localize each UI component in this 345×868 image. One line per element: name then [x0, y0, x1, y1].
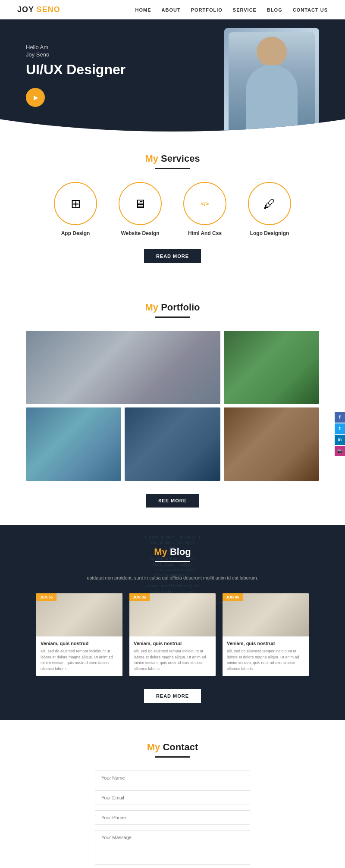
portfolio-item-3[interactable]	[26, 407, 121, 481]
portfolio-see-more-button[interactable]: See More	[146, 494, 199, 508]
hero-hello: Hello Am	[26, 44, 319, 50]
blog-date-badge-2: JUN 05	[129, 593, 150, 601]
services-read-more-button[interactable]: Read More	[144, 249, 201, 263]
blog-card-text-2: alit, sed do eiusmod tempor incididunt u…	[134, 649, 211, 672]
services-grid: ⊞ App Design 🖥 Website Design </> Html A…	[26, 182, 319, 236]
nav-service[interactable]: SERVICE	[233, 7, 257, 13]
portfolio-image-5	[224, 407, 319, 481]
blog-title: My Blog	[26, 546, 319, 558]
services-title: My Services	[26, 153, 319, 164]
service-website-design: 🖥 Website Design	[114, 182, 166, 236]
blog-subtitle: upidatat non proident, sunt in culpa qui…	[86, 575, 259, 580]
portfolio-underline	[155, 316, 190, 318]
app-design-label: App Design	[50, 230, 101, 236]
navbar: JOY SENO HOME ABOUT PORTFOLIO SERVICE BL…	[0, 0, 345, 19]
blog-grid: JUN 05 Veniam, quis nostrud alit, sed do…	[26, 593, 319, 676]
contact-heading: Contact	[163, 742, 198, 752]
blog-card-3: JUN 05 Veniam, quis nostrud alit, sed do…	[223, 593, 309, 676]
blog-card-title-3: Veniam, quis nostrud	[227, 641, 304, 646]
social-sidebar: f t in 📷	[335, 412, 345, 456]
nav-home[interactable]: HOME	[135, 7, 151, 13]
nav-links: HOME ABOUT PORTFOLIO SERVICE BLOG CONTAC…	[135, 7, 328, 13]
twitter-icon[interactable]: t	[335, 423, 345, 434]
portfolio-my: My	[145, 302, 161, 313]
phone-input[interactable]	[95, 810, 250, 825]
services-my: My	[145, 153, 161, 164]
play-button[interactable]	[26, 88, 45, 107]
blog-card-body-3: Veniam, quis nostrud alit, sed do eiusmo…	[223, 636, 309, 676]
blog-card-image-3: JUN 05	[223, 593, 309, 636]
message-input[interactable]	[95, 830, 250, 865]
nav-portfolio[interactable]: PORTFOLIO	[191, 7, 223, 13]
service-app-design: ⊞ App Design	[50, 182, 101, 236]
blog-card-image-1: JUN 05	[36, 593, 122, 636]
portfolio-image-3	[26, 407, 121, 481]
nav-contact[interactable]: CONTACT US	[293, 7, 328, 13]
portfolio-title: My Portfolio	[26, 302, 319, 313]
portfolio-image-1	[26, 331, 220, 404]
nav-about[interactable]: ABOUT	[162, 7, 181, 13]
portfolio-image-2	[224, 331, 319, 404]
services-section: My Services ⊞ App Design 🖥 Website Desig…	[0, 132, 345, 280]
contact-underline	[155, 756, 190, 758]
service-html-css: </> Html And Css	[179, 182, 231, 236]
contact-title: My Contact	[26, 742, 319, 753]
hero-title: UI/UX Designer	[26, 61, 319, 78]
app-design-icon: ⊞	[54, 182, 97, 225]
blog-card-text-1: alit, sed do eiusmod tempor incididunt u…	[41, 649, 118, 672]
services-underline	[155, 168, 190, 169]
logo-design-label: Logo Designign	[244, 230, 295, 236]
blog-date-badge-3: JUN 05	[223, 593, 243, 601]
blog-underline	[155, 561, 190, 562]
logo: JOY SENO	[17, 5, 60, 14]
portfolio-item-5[interactable]	[224, 407, 319, 481]
blog-card-image-2: JUN 05	[129, 593, 216, 636]
logo-seno: SENO	[37, 5, 60, 14]
blog-card-text-3: alit, sed do eiusmod tempor incididunt u…	[227, 649, 304, 672]
portfolio-item-4[interactable]	[125, 407, 220, 481]
services-heading: Services	[161, 153, 200, 164]
hero-name: Joy Seno	[26, 51, 319, 58]
blog-card-title-1: Veniam, quis nostrud	[41, 641, 118, 646]
hero-section: Hello Am Joy Seno UI/UX Designer	[0, 19, 345, 132]
blog-card-2: JUN 05 Veniam, quis nostrud alit, sed do…	[129, 593, 216, 676]
linkedin-icon[interactable]: in	[335, 435, 345, 445]
blog-date-badge-1: JUN 05	[36, 593, 56, 601]
blog-section: { port_order: _array() } font_order: _ar…	[0, 525, 345, 720]
blog-card-body-1: Veniam, quis nostrud alit, sed do eiusmo…	[36, 636, 122, 676]
instagram-icon[interactable]: 📷	[335, 446, 345, 456]
portfolio-item-1[interactable]	[26, 331, 220, 404]
nav-blog[interactable]: BLOG	[267, 7, 282, 13]
blog-card-body-2: Veniam, quis nostrud alit, sed do eiusmo…	[129, 636, 216, 676]
hero-text: Hello Am Joy Seno UI/UX Designer	[26, 44, 319, 107]
portfolio-item-2[interactable]	[224, 331, 319, 404]
contact-my: My	[147, 742, 163, 752]
facebook-icon[interactable]: f	[335, 412, 345, 423]
contact-form: Send Now	[95, 771, 250, 868]
blog-my: My	[154, 546, 170, 557]
blog-heading: Blog	[170, 546, 191, 557]
logo-joy: JOY	[17, 5, 37, 14]
html-css-label: Html And Css	[179, 230, 231, 236]
portfolio-grid	[26, 331, 319, 481]
portfolio-image-4	[125, 407, 220, 481]
website-design-icon: 🖥	[119, 182, 162, 225]
service-logo-design: 🖊 Logo Designign	[244, 182, 295, 236]
blog-read-more-button[interactable]: Read More	[144, 689, 201, 703]
email-input[interactable]	[95, 790, 250, 805]
portfolio-section: My Portfolio See More	[0, 280, 345, 525]
blog-card-title-2: Veniam, quis nostrud	[134, 641, 211, 646]
contact-section: My Contact Send Now	[0, 720, 345, 868]
website-design-label: Website Design	[114, 230, 166, 236]
blog-card-1: JUN 05 Veniam, quis nostrud alit, sed do…	[36, 593, 122, 676]
name-input[interactable]	[95, 771, 250, 785]
logo-design-icon: 🖊	[248, 182, 291, 225]
html-css-icon: </>	[183, 182, 226, 225]
portfolio-heading: Portfolio	[161, 302, 200, 313]
